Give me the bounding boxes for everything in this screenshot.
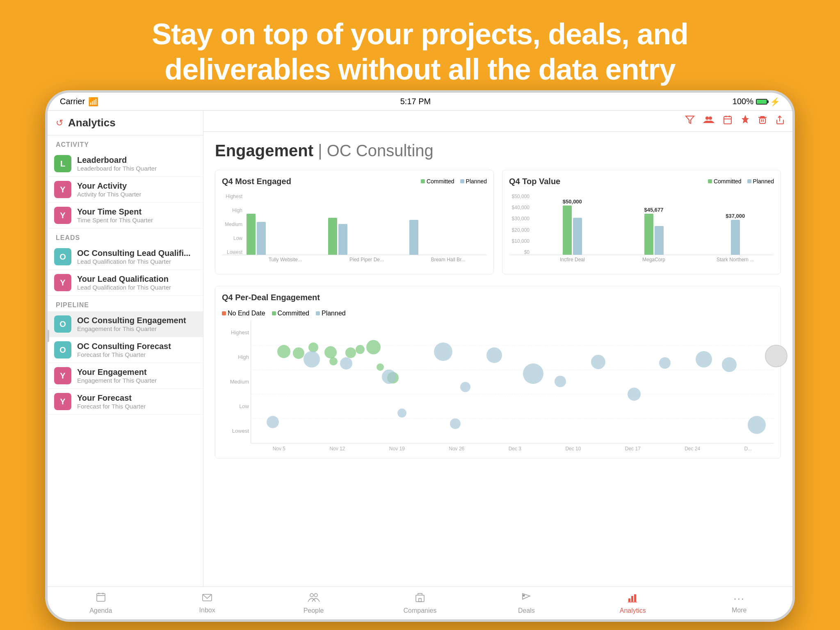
legend-label-committed-top: Committed: [714, 178, 742, 185]
legend-label-committed-scatter: Committed: [278, 310, 309, 317]
sidebar-item-oc-engagement[interactable]: O OC Consulting Engagement Engagement fo…: [48, 311, 203, 337]
sidebar-item-text-your-time-spent: Your Time Spent Time Spent for This Quar…: [77, 207, 153, 224]
legend-dot-planned: [460, 179, 464, 183]
scatter-x-labels: Nov 5 Nov 12 Nov 19 Nov 26 Dec 3 Dec 10 …: [251, 446, 774, 452]
trash-icon[interactable]: [758, 115, 767, 127]
tab-label-deals: Deals: [518, 607, 535, 614]
bar-planned-tully: [257, 222, 266, 255]
y-label-lowest: Lowest: [222, 249, 242, 255]
tab-label-people: People: [304, 607, 324, 614]
tab-label-analytics: Analytics: [620, 607, 646, 614]
scatter-y-highest: Highest: [222, 329, 249, 336]
tab-people[interactable]: People: [260, 587, 367, 619]
bubble-low2: [397, 409, 406, 418]
sidebar-item-oc-lead-qual[interactable]: O OC Consulting Lead Qualifi... Lead Qua…: [48, 244, 203, 270]
tab-companies[interactable]: Companies: [367, 587, 473, 619]
section-label-activity: ACTIVITY: [48, 135, 203, 151]
bar-group-col-megacorp: $45,677: [615, 207, 693, 255]
bar-committed-incfire: [563, 205, 572, 255]
tab-inbox[interactable]: Inbox: [154, 587, 260, 619]
y-label-low: Low: [222, 235, 242, 241]
status-time: 5:17 PM: [400, 97, 431, 106]
bar-group-megacorp: [644, 214, 664, 255]
chart-legend-top-value: Committed Planned: [708, 178, 774, 185]
legend-planned: Planned: [460, 178, 487, 185]
bar-group-bream: [409, 220, 487, 255]
sidebar-item-title-oc-lead-qual: OC Consulting Lead Qualifi...: [77, 249, 191, 258]
header-line1: Stay on top of your projects, deals, and: [41, 16, 799, 52]
tab-more[interactable]: ··· More: [686, 587, 792, 619]
tab-analytics[interactable]: Analytics: [580, 587, 686, 619]
scatter-legend: No End Date Committed Planned: [222, 310, 774, 317]
sidebar-item-your-engagement[interactable]: Y Your Engagement Engagement for This Qu…: [48, 363, 203, 389]
y-label-medium: Medium: [222, 221, 242, 227]
avatar-your-forecast: Y: [54, 393, 71, 410]
bar-chart-labels-top-value: Incfire Deal MegaCorp Stark Northern ...: [509, 257, 774, 262]
sidebar-item-subtitle-your-time-spent: Time Spent for This Quarter: [77, 217, 153, 224]
share-icon[interactable]: [775, 115, 784, 127]
bubble-p7: [523, 363, 543, 384]
legend-committed: Committed: [421, 178, 454, 185]
legend-dot-committed: [421, 179, 425, 183]
app-inner: ↺ Analytics ACTIVITY L Leaderboard Leade…: [48, 111, 792, 619]
bar-label-tully: Tully Website...: [247, 257, 324, 262]
battery-percent: 100%: [733, 97, 753, 106]
bubble-p2: [340, 357, 352, 370]
x-label-dec3: Dec 3: [509, 446, 521, 452]
pin-icon[interactable]: [741, 115, 750, 127]
y-label-40k: $40,000: [509, 205, 530, 210]
sidebar-item-your-forecast[interactable]: Y Your Forecast Forecast for This Quarte…: [48, 389, 203, 415]
chart-top-value: Q4 Top Value Committed Planned: [502, 170, 781, 274]
bar-planned-stark: [731, 220, 740, 255]
legend-committed-top: Committed: [708, 178, 742, 185]
bubble-1: [277, 345, 290, 358]
bubble-p13: [722, 357, 737, 372]
page-title-suffix: | OC Consulting: [318, 142, 434, 160]
scatter-title: Q4 Per-Deal Engagement: [222, 293, 320, 302]
chart-title-most-engaged: Q4 Most Engaged: [222, 177, 291, 186]
tab-deals[interactable]: Deals: [473, 587, 580, 619]
scatter-y-high: High: [222, 354, 249, 360]
y-label-highest: Highest: [222, 194, 242, 199]
y-label-0: $0: [509, 249, 530, 255]
people-icon[interactable]: [703, 115, 714, 127]
bubble-5: [329, 357, 338, 365]
bubble-9: [377, 363, 384, 371]
sidebar-item-leaderboard[interactable]: L Leaderboard Leaderboard for This Quart…: [48, 151, 203, 177]
tab-label-inbox: Inbox: [199, 607, 215, 614]
status-bar: Carrier 📶 5:17 PM 100% ⚡: [48, 93, 792, 111]
legend-label-planned-scatter: Planned: [322, 310, 346, 317]
sidebar-item-your-activity[interactable]: Y Your Activity Activity for This Quarte…: [48, 177, 203, 203]
status-right: 100% ⚡: [733, 97, 780, 107]
bar-group-stark: [731, 220, 740, 255]
y-label-50k: $50,000: [509, 194, 530, 199]
bar-chart-labels-most-engaged: Tully Website... Pied Piper De... Bream …: [222, 257, 487, 262]
bar-label-incfire: Incfire Deal: [534, 257, 611, 262]
sidebar-item-subtitle-your-lead-qual: Lead Qualification for This Quarter: [77, 284, 171, 291]
legend-planned-top: Planned: [747, 178, 774, 185]
avatar-your-lead-qual: Y: [54, 274, 71, 291]
legend-dot-no-end: [222, 311, 226, 315]
sidebar-item-text-your-lead-qual: Your Lead Qualification Lead Qualificati…: [77, 274, 171, 291]
sidebar-item-oc-forecast[interactable]: O OC Consulting Forecast Forecast for Th…: [48, 337, 203, 363]
legend-dot-committed-scatter: [272, 311, 276, 315]
bar-planned-pied: [338, 224, 347, 255]
bubble-p12: [696, 351, 712, 368]
tab-agenda[interactable]: Agenda: [48, 587, 154, 619]
tab-label-more: More: [732, 607, 746, 614]
bar-y-axis-top-value: $50,000 $40,000 $30,000 $20,000 $10,000 …: [509, 194, 532, 255]
bar-group-incfire: [563, 205, 582, 255]
avatar-leaderboard: L: [54, 155, 71, 172]
x-label-nov12: Nov 12: [329, 446, 345, 452]
sidebar-item-text-oc-forecast: OC Consulting Forecast Forecast for This…: [77, 342, 171, 358]
filter-icon[interactable]: [685, 115, 695, 127]
svg-rect-19: [419, 598, 421, 602]
sidebar-item-your-time-spent[interactable]: Y Your Time Spent Time Spent for This Qu…: [48, 203, 203, 228]
refresh-icon[interactable]: ↺: [56, 118, 63, 128]
sidebar-item-your-lead-qual[interactable]: Y Your Lead Qualification Lead Qualifica…: [48, 270, 203, 296]
gridline-2: [251, 370, 774, 370]
calendar-icon[interactable]: [723, 115, 733, 127]
sidebar-item-title-your-engagement: Your Engagement: [77, 368, 157, 377]
scatter-y-lowest: Lowest: [222, 428, 249, 434]
tab-icon-more: ···: [733, 592, 745, 605]
